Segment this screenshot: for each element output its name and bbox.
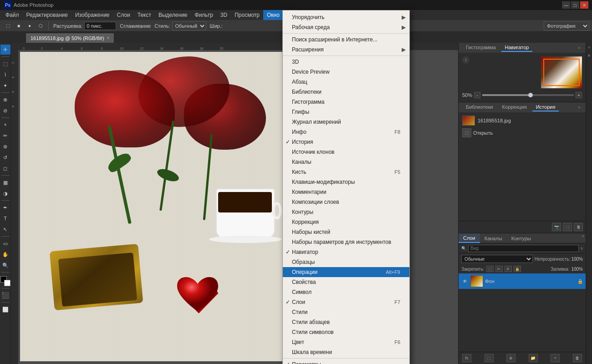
path-select-tool[interactable]: ↖ — [0, 224, 10, 234]
tab-history[interactable]: История — [532, 103, 559, 111]
menu-layer[interactable]: Слои — [113, 10, 134, 20]
menu-timeline[interactable]: Шкала времени — [283, 347, 409, 357]
document-tab[interactable]: 161895518.jpg @ 50% (RGB/8#) × — [26, 33, 114, 43]
menu-layer-comps[interactable]: Композиции слоев — [283, 197, 409, 207]
close-button[interactable]: ✕ — [580, 1, 588, 9]
menu-glyphs[interactable]: Глифы — [283, 107, 409, 117]
lock-position-btn[interactable]: ✛ — [505, 266, 512, 272]
menu-window[interactable]: Окно — [263, 10, 283, 20]
tab-channels[interactable]: Каналы — [480, 233, 507, 243]
hand-tool[interactable]: ✋ — [0, 249, 10, 259]
clone-stamp-tool[interactable]: ⊛ — [0, 142, 10, 152]
menu-edit[interactable]: Редактирование — [23, 10, 71, 20]
middle-panel-collapse[interactable]: » — [577, 105, 582, 110]
menu-params[interactable]: ✓ Параметры — [283, 359, 409, 364]
select-rect-tool[interactable]: ⬚ — [0, 59, 10, 69]
crop-tool[interactable]: ⊕ — [0, 95, 10, 105]
text-tool[interactable]: T — [0, 213, 10, 223]
zoom-slider[interactable] — [482, 94, 574, 96]
tab-paths[interactable]: Контуры — [507, 233, 536, 243]
zoom-out-btn[interactable]: - — [474, 92, 480, 98]
rect-tool-btn[interactable]: ■ — [14, 21, 24, 30]
menu-info[interactable]: Инфо F8 — [283, 127, 409, 137]
menu-layers[interactable]: ✓ Слои F7 — [283, 297, 409, 307]
layer-visibility-icon[interactable]: 👁 — [461, 278, 469, 285]
ellipse-tool-btn[interactable]: ● — [25, 21, 35, 30]
menu-workspace[interactable]: Рабочая среда ▶ — [283, 22, 409, 32]
background-color[interactable] — [4, 280, 10, 286]
menu-operations[interactable]: Операции Alt+F9 — [283, 267, 409, 277]
menu-extensions[interactable]: Расширения ▶ — [283, 45, 409, 55]
tab-libraries[interactable]: Библиотеки — [462, 103, 497, 111]
lasso-tool[interactable]: ⌇ — [0, 70, 10, 80]
eyedropper-tool[interactable]: ⊘ — [0, 106, 10, 116]
layers-panel-collapse[interactable]: » — [580, 233, 586, 239]
layer-group-btn[interactable]: 📁 — [529, 354, 538, 362]
menu-para-styles[interactable]: Стили абзацев — [283, 317, 409, 327]
move-tool[interactable]: ✛ — [0, 45, 10, 55]
gradient-tool[interactable]: ▦ — [0, 177, 10, 187]
menu-device-preview[interactable]: Device Preview — [283, 67, 409, 77]
menu-history[interactable]: ✓ История — [283, 137, 409, 147]
menu-measurements[interactable]: Журнал измерений — [283, 117, 409, 127]
lasso-tool-btn[interactable]: ⬡ — [36, 21, 46, 30]
blend-mode-select[interactable]: Обычные — [461, 255, 533, 263]
menu-3d[interactable]: 3D — [217, 10, 231, 20]
menu-clone-source[interactable]: Источник клонов — [283, 147, 409, 157]
screen-mode-tool[interactable]: ⬜ — [0, 304, 10, 314]
tab-close-icon[interactable]: × — [107, 35, 110, 40]
menu-paths[interactable]: Контуры — [283, 207, 409, 217]
menu-color[interactable]: Цвет F6 — [283, 337, 409, 347]
new-snapshot-btn[interactable]: 📷 — [552, 223, 561, 231]
brush-tool[interactable]: ✏ — [0, 131, 10, 141]
right-panel-icon2[interactable]: ≡ — [587, 53, 592, 58]
menu-select[interactable]: Выделение — [155, 10, 191, 20]
pen-tool[interactable]: ✒ — [0, 202, 10, 212]
layers-search-input[interactable] — [468, 245, 579, 252]
menu-samples[interactable]: Образцы — [283, 257, 409, 267]
quick-mask-tool[interactable]: ⬛ — [0, 290, 10, 300]
menu-modifier-keys[interactable]: Клавиши-модификаторы — [283, 177, 409, 187]
menu-3d[interactable]: 3D — [283, 57, 409, 67]
spot-heal-tool[interactable]: ⚬ — [0, 120, 10, 130]
navigator-preview[interactable] — [541, 56, 582, 88]
delete-history-btn[interactable]: 🗑 — [574, 223, 583, 231]
menu-find-extensions[interactable]: Поиск расширений в Интернете... — [283, 35, 409, 45]
dodge-tool[interactable]: ◑ — [0, 188, 10, 198]
menu-brush[interactable]: Кисть F5 — [283, 167, 409, 177]
shape-tool[interactable]: ▭ — [0, 238, 10, 248]
layer-mask-btn[interactable]: ⬚ — [485, 354, 494, 362]
menu-tool-presets[interactable]: Наборы параметров для инструментов — [283, 237, 409, 247]
layers-filter-icon[interactable]: ≡ — [581, 246, 583, 251]
menu-char-styles[interactable]: Стили символов — [283, 327, 409, 337]
layer-effects-btn[interactable]: fx — [462, 354, 471, 362]
top-panel-collapse[interactable]: » — [577, 45, 582, 51]
menu-filter[interactable]: Фильтр — [191, 10, 217, 20]
feather-input[interactable] — [84, 22, 116, 30]
menu-paragraph[interactable]: Абзац — [283, 77, 409, 87]
menu-file[interactable]: Файл — [2, 10, 23, 20]
menu-libraries[interactable]: Библиотеки — [283, 87, 409, 97]
history-action-item[interactable]: ⬚ Открыть — [460, 127, 584, 139]
color-swatches[interactable] — [0, 276, 10, 286]
style-select[interactable]: Обычный — [172, 21, 206, 30]
menu-histogram[interactable]: Гистограмма — [283, 97, 409, 107]
menu-styles[interactable]: Стили — [283, 307, 409, 317]
lock-transparent-btn[interactable]: ⬚ — [486, 266, 494, 272]
workspace-select[interactable]: Фотография — [544, 21, 589, 30]
menu-brush-presets[interactable]: Наборы кистей — [283, 227, 409, 237]
adjustment-layer-btn[interactable]: ⊕ — [506, 354, 515, 362]
menu-properties[interactable]: Свойства — [283, 277, 409, 287]
lock-paint-btn[interactable]: ✏ — [495, 266, 503, 272]
history-brush-tool[interactable]: ↺ — [0, 152, 10, 162]
zoom-tool[interactable]: 🔍 — [0, 260, 10, 270]
new-layer-btn[interactable]: + — [551, 354, 560, 362]
menu-comments[interactable]: Комментарии — [283, 187, 409, 197]
menu-channels[interactable]: Каналы — [283, 157, 409, 167]
selection-tool-btn[interactable]: ⬚ — [3, 21, 13, 30]
delete-layer-btn[interactable]: 🗑 — [573, 354, 582, 362]
menu-view[interactable]: Просмотр — [231, 10, 263, 20]
tab-layers[interactable]: Слои — [459, 233, 480, 243]
minimize-button[interactable]: — — [562, 1, 570, 9]
eraser-tool[interactable]: ◻ — [0, 163, 10, 173]
